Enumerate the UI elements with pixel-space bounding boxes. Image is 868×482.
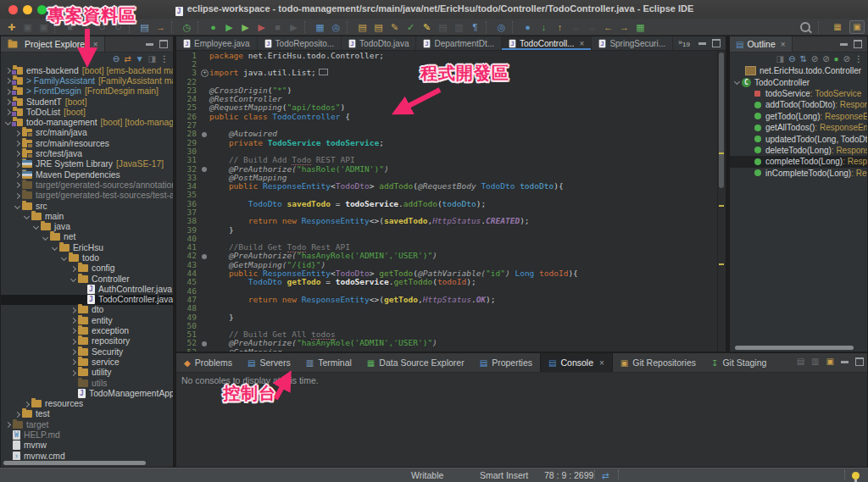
new-java-project-icon[interactable]: ▦: [312, 20, 328, 34]
minimize-view-icon[interactable]: [841, 361, 849, 363]
code-line[interactable]: 28 @Autowired: [176, 130, 718, 138]
schedule-icon[interactable]: ◷: [179, 20, 195, 34]
project-tree[interactable]: ems-backend[boot] [ems-backend master]> …: [1, 65, 173, 460]
code-line[interactable]: 26public class TodoController {: [176, 112, 718, 120]
sync-icon[interactable]: ⇄: [602, 470, 609, 480]
import-icon[interactable]: ↓: [536, 20, 552, 34]
tab-outline[interactable]: ▤ Outline ×: [730, 36, 793, 52]
code-line[interactable]: 29 private TodoService todoService;: [176, 138, 718, 147]
expanded-twistie-icon[interactable]: [51, 242, 58, 252]
code-line[interactable]: 49 }: [176, 313, 718, 321]
open-perspective-button[interactable]: ▦: [831, 21, 844, 33]
tree-item-utils[interactable]: utils: [1, 378, 173, 388]
collapsed-twistie-icon[interactable]: [14, 180, 21, 190]
expanded-twistie-icon[interactable]: [733, 76, 741, 87]
tree-item-target-generated-sources-annotations[interactable]: target/generated-sources/annotations: [1, 180, 173, 190]
collapse-all-icon[interactable]: ⊖: [788, 53, 795, 65]
editor-tab-tododto-java[interactable]: TodoDto.java: [342, 36, 416, 50]
tree-item-todolist[interactable]: ToDoList[boot]: [1, 107, 173, 117]
minimize-view-icon[interactable]: [840, 43, 848, 46]
new-user-icon[interactable]: ●: [520, 20, 536, 34]
new-web-service-icon[interactable]: ◎: [328, 20, 344, 34]
fold-marker-icon[interactable]: [199, 69, 209, 77]
scrollbar-thumb[interactable]: [719, 53, 724, 188]
collapsed-twistie-icon[interactable]: [70, 336, 77, 346]
code-line[interactable]: 40: [176, 234, 718, 242]
tree-item-main[interactable]: main: [1, 211, 173, 221]
code-line[interactable]: 38 return new ResponseEntity<>(savedTodo…: [176, 217, 718, 225]
code-line[interactable]: 34 public ResponseEntity<TodoDto> addTod…: [176, 181, 718, 190]
tree-item-authcontroller-java[interactable]: AuthController.java: [1, 284, 173, 294]
link-with-editor-icon[interactable]: ⇄: [124, 53, 131, 65]
tree-item-test[interactable]: test: [1, 409, 173, 419]
tree-item-dto[interactable]: dto: [1, 305, 173, 315]
fold-marker-icon[interactable]: [199, 130, 209, 138]
tree-item-utility[interactable]: utility: [1, 368, 173, 378]
collapsed-twistie-icon[interactable]: [70, 263, 77, 274]
close-icon[interactable]: ×: [580, 39, 585, 48]
collapsed-twistie-icon[interactable]: [14, 191, 21, 201]
forward-icon[interactable]: →: [584, 20, 600, 34]
collapsed-twistie-icon[interactable]: [70, 346, 77, 357]
maximize-editor-icon[interactable]: [712, 39, 721, 47]
console-tab-console[interactable]: ▤Console×: [540, 353, 613, 372]
code-line[interactable]: 44 public ResponseEntity<TodoDto> getTod…: [176, 269, 718, 277]
tree-item-entity[interactable]: entity: [1, 315, 173, 325]
tree-item-repository[interactable]: repository: [1, 336, 173, 346]
search-icon[interactable]: [800, 22, 810, 32]
code-line[interactable]: 27: [176, 120, 718, 129]
editor-tab-todocontroll[interactable]: TodoControll...×: [502, 36, 592, 50]
tree-item-java[interactable]: java: [1, 221, 173, 231]
debug-icon[interactable]: ●: [205, 20, 221, 34]
expanded-twistie-icon[interactable]: [23, 211, 31, 221]
code-line[interactable]: 35: [176, 191, 718, 199]
editor-tab-todoreposito[interactable]: TodoReposito...: [258, 36, 342, 50]
outline-item-updatedtodo-long-tododto[interactable]: updatedTodo(Long, TodoDto) : ResponseEnt…: [730, 133, 867, 144]
tree-item-resources[interactable]: resources: [1, 399, 173, 409]
notifications-icon[interactable]: [852, 471, 860, 481]
expanded-twistie-icon[interactable]: [60, 252, 68, 263]
trace-icon[interactable]: →: [153, 20, 169, 34]
explorer-hscrollbar[interactable]: [1, 460, 173, 466]
tree-item-todo[interactable]: todo: [1, 252, 173, 263]
editor-tab-employee-java[interactable]: Employee.java: [176, 36, 258, 50]
overview-marker[interactable]: [719, 263, 724, 265]
external-tools-icon[interactable]: ▶: [286, 20, 302, 34]
collapsed-twistie-icon[interactable]: [70, 325, 77, 335]
tree-item-studentt[interactable]: StudentT[boot]: [1, 97, 173, 107]
stop-icon[interactable]: ■: [270, 20, 286, 34]
format-icon[interactable]: ✎: [387, 20, 403, 34]
tree-item-ems-backend[interactable]: ems-backend[boot] [ems-backend master]: [1, 65, 173, 75]
console-tab-servers[interactable]: ▤Servers: [240, 353, 298, 372]
filter-icon[interactable]: ▼: [136, 53, 144, 65]
code-line[interactable]: 42 @PreAuthorize("hasAnyRole('ADMIN','US…: [176, 252, 718, 260]
expanded-twistie-icon[interactable]: [42, 232, 49, 242]
open-console-icon[interactable]: ▣: [826, 356, 834, 368]
code-line[interactable]: 25@RequestMapping("api/todos"): [176, 103, 718, 112]
tree-item-mvnw[interactable]: mvnw: [1, 440, 173, 451]
pin-console-icon[interactable]: ▥: [811, 356, 819, 368]
save-icon[interactable]: ▣: [19, 20, 36, 34]
outline-item-addtodo-tododto[interactable]: addTodo(TodoDto) : ResponseEntity<TodoDt…: [730, 99, 867, 110]
tree-item-controller[interactable]: Controller: [1, 274, 173, 284]
collapsed-twistie-icon[interactable]: [70, 368, 77, 378]
outline-item-deletetodo-long[interactable]: deleteTodo(Long) : ResponseEntity<String…: [730, 145, 867, 156]
scrollbar-thumb[interactable]: [3, 461, 146, 465]
tree-item-familyassistant[interactable]: > FamilyAssistant[FamilyAssistant master…: [1, 75, 173, 86]
tree-item-maven-dependencies[interactable]: Maven Dependencies: [1, 169, 173, 180]
open-resource-icon[interactable]: ▤: [370, 20, 387, 34]
code-line[interactable]: 43 @GetMapping("/{id}"): [176, 260, 718, 269]
collapsed-twistie-icon[interactable]: [23, 399, 31, 409]
code-line[interactable]: 47 return new ResponseEntity<>(getTodo,H…: [176, 295, 718, 303]
tree-item-todo-management[interactable]: todo-management[boot] [todo-managemen: [1, 117, 173, 127]
code-line[interactable]: 39 }: [176, 225, 718, 234]
code-line[interactable]: 53 @GetMapping: [176, 347, 718, 352]
open-type-icon[interactable]: ▤: [354, 20, 370, 34]
web-browser-icon[interactable]: ◎: [493, 20, 509, 34]
tree-item-help-md[interactable]: HELP.md: [1, 429, 173, 440]
tree-item-src-test-java[interactable]: src/test/java: [1, 148, 173, 158]
mark-occurrences-icon[interactable]: ✎: [419, 20, 435, 34]
collapsed-twistie-icon[interactable]: [14, 138, 21, 148]
code-line[interactable]: 41 //Build Get Todo Rest API: [176, 243, 718, 252]
pin-icon[interactable]: ✓: [403, 20, 419, 34]
